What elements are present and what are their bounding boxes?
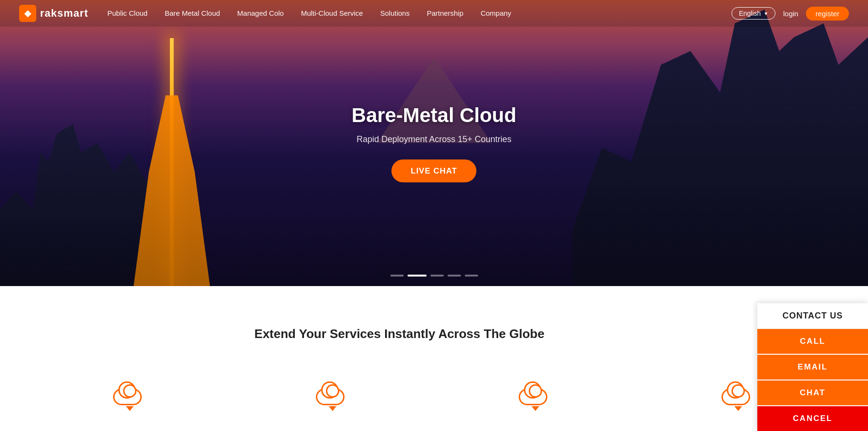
nav-right: English ▼ login register [732, 7, 849, 21]
nav-item-public-cloud[interactable]: Public Cloud [107, 9, 147, 18]
cloud-shape-2 [316, 389, 345, 405]
contact-header: CONTACT US [757, 303, 868, 329]
carousel-dot-5[interactable] [465, 275, 478, 277]
carousel-dot-2[interactable] [408, 275, 427, 277]
tokyo-tower [129, 38, 215, 286]
content-left: Extend Your Services Instantly Across Th… [19, 327, 780, 341]
cloud-arrow-1 [126, 406, 134, 411]
logo-text: raksmart [40, 7, 88, 20]
cloud-arrow-4 [734, 406, 742, 411]
nav-item-company[interactable]: Company [481, 9, 511, 18]
cancel-button[interactable]: CANCEL [757, 406, 868, 415]
chat-button[interactable]: CHAT [757, 380, 868, 405]
carousel-dot-3[interactable] [430, 275, 444, 277]
carousel-dot-1[interactable] [390, 275, 404, 277]
section-title: Extend Your Services Instantly Across Th… [19, 327, 780, 341]
icon-item-1 [113, 381, 146, 405]
chevron-down-icon: ▼ [763, 11, 768, 16]
logo[interactable]: ◆ raksmart [19, 5, 88, 22]
content-section: Extend Your Services Instantly Across Th… [0, 286, 868, 372]
icons-row [0, 372, 868, 415]
live-chat-button[interactable]: LIVE CHAT [392, 160, 476, 183]
icon-item-3 [519, 381, 552, 405]
nav-item-bare-metal[interactable]: Bare Metal Cloud [165, 9, 220, 18]
icon-item-4 [722, 381, 755, 405]
cloud-shape-3 [519, 389, 547, 405]
nav-item-solutions[interactable]: Solutions [380, 9, 410, 18]
cloud-icon-2 [316, 381, 349, 405]
logo-icon: ◆ [19, 5, 36, 22]
cloud-icon-3 [519, 381, 552, 405]
email-button[interactable]: EMAIL [757, 355, 868, 380]
nav-item-partnership[interactable]: Partnership [427, 9, 463, 18]
icon-item-2 [316, 381, 349, 405]
language-label: English [739, 10, 761, 17]
login-button[interactable]: login [783, 10, 798, 18]
nav-item-managed-colo[interactable]: Managed Colo [237, 9, 284, 18]
hero-content: Bare-Metal Cloud Rapid Deployment Across… [352, 104, 516, 183]
hero-title: Bare-Metal Cloud [352, 104, 516, 127]
cloud-icon-4 [722, 381, 755, 405]
cloud-shape-4 [722, 389, 750, 405]
nav-item-multicloud[interactable]: Multi-Cloud Service [301, 9, 363, 18]
call-button[interactable]: CALL [757, 329, 868, 354]
cloud-arrow-3 [532, 406, 539, 411]
carousel-dot-4[interactable] [448, 275, 461, 277]
hero-subtitle: Rapid Deployment Across 15+ Countries [352, 134, 516, 144]
register-button[interactable]: register [806, 7, 849, 21]
cloud-shape-1 [113, 389, 142, 405]
navbar: ◆ raksmart Public Cloud Bare Metal Cloud… [0, 0, 868, 27]
contact-panel: CONTACT US CALL EMAIL CHAT CANCEL [757, 303, 868, 415]
cloud-icon-1 [113, 381, 146, 405]
language-selector[interactable]: English ▼ [732, 7, 775, 20]
hero-section: Bare-Metal Cloud Rapid Deployment Across… [0, 0, 868, 286]
carousel-dots [390, 275, 478, 277]
nav-links: Public Cloud Bare Metal Cloud Managed Co… [107, 9, 732, 18]
cloud-arrow-2 [329, 406, 336, 411]
